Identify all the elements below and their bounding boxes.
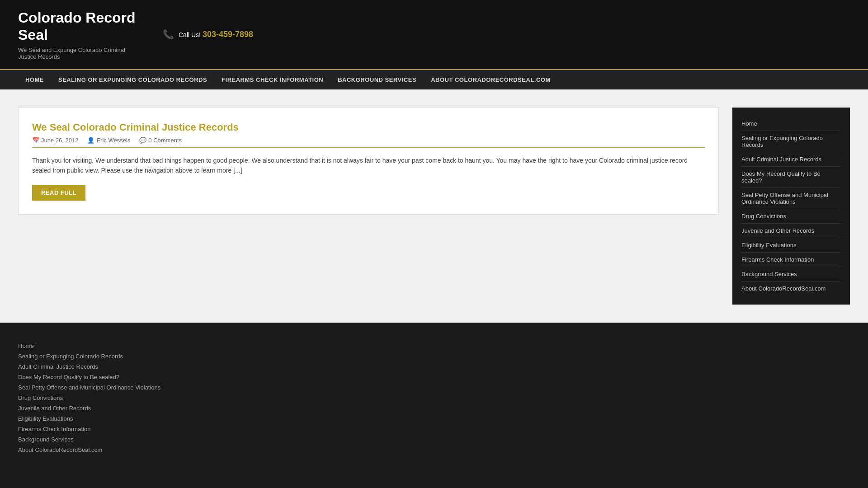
footer-link-eligibility[interactable]: Eligibility Evaluations: [18, 413, 850, 424]
comment-icon: 💬: [139, 137, 146, 144]
sidebar-link-background[interactable]: Background Services: [741, 267, 841, 282]
footer-link-sealing[interactable]: Sealing or Expunging Colorado Records: [18, 351, 850, 361]
site-title: Colorado Record Seal: [18, 9, 136, 44]
calendar-icon: 📅: [32, 137, 39, 144]
nav-firearms[interactable]: FIREARMS CHECK INFORMATION: [214, 70, 330, 89]
post-card: We Seal Colorado Criminal Justice Record…: [18, 108, 719, 215]
phone-icon: 📞: [163, 29, 174, 40]
main-wrapper: We Seal Colorado Criminal Justice Record…: [0, 89, 868, 323]
footer-link-adult[interactable]: Adult Criminal Justice Records: [18, 361, 850, 372]
sidebar-link-qualify[interactable]: Does My Record Qualify to Be sealed?: [741, 167, 841, 188]
sidebar-link-adult[interactable]: Adult Criminal Justice Records: [741, 152, 841, 167]
user-icon: 👤: [87, 137, 94, 144]
post-author: 👤 Eric Wessels: [87, 137, 130, 144]
nav-sealing[interactable]: SEALING OR EXPUNGING COLORADO RECORDS: [51, 70, 214, 89]
post-meta: 📅 June 26, 2012 👤 Eric Wessels 💬 0 Comme…: [32, 137, 705, 148]
sidebar-link-juvenile[interactable]: Juvenile and Other Records: [741, 224, 841, 238]
footer-link-firearms[interactable]: Firearms Check Information: [18, 424, 850, 434]
nav-home[interactable]: HOME: [18, 70, 51, 89]
sidebar-link-about[interactable]: About ColoradoRecordSeal.com: [741, 282, 841, 296]
read-full-button[interactable]: READ FULL: [32, 185, 85, 201]
call-label: Call Us! 303-459-7898: [179, 30, 253, 39]
sidebar-link-firearms[interactable]: Firearms Check Information: [741, 253, 841, 267]
nav-background[interactable]: BACKGROUND SERVICES: [330, 70, 424, 89]
post-title: We Seal Colorado Criminal Justice Record…: [32, 122, 705, 133]
sidebar-link-drug[interactable]: Drug Convictions: [741, 209, 841, 224]
phone-area[interactable]: 📞 Call Us! 303-459-7898: [163, 29, 253, 40]
footer-link-home[interactable]: Home: [18, 341, 850, 351]
post-excerpt: Thank you for visiting. We understand th…: [32, 155, 705, 176]
nav-about[interactable]: ABOUT COLORADORECORDSEAL.COM: [424, 70, 558, 89]
content-area: We Seal Colorado Criminal Justice Record…: [18, 108, 719, 305]
site-tagline: We Seal and Expunge Colorado Criminal Ju…: [18, 47, 136, 60]
sidebar-link-sealing[interactable]: Sealing or Expunging Colorado Records: [741, 131, 841, 152]
footer-col-links: Home Sealing or Expunging Colorado Recor…: [18, 341, 850, 455]
sidebar-link-petty[interactable]: Seal Petty Offense and Municipal Ordinan…: [741, 188, 841, 209]
main-nav: HOME SEALING OR EXPUNGING COLORADO RECOR…: [0, 69, 868, 89]
sidebar: Home Sealing or Expunging Colorado Recor…: [732, 108, 850, 305]
footer-link-juvenile[interactable]: Juvenile and Other Records: [18, 403, 850, 413]
footer-section: Home Sealing or Expunging Colorado Recor…: [0, 323, 868, 473]
footer-link-drug[interactable]: Drug Convictions: [18, 393, 850, 403]
sidebar-link-eligibility[interactable]: Eligibility Evaluations: [741, 238, 841, 253]
footer-link-qualify[interactable]: Does My Record Qualify to Be sealed?: [18, 372, 850, 382]
post-comments: 💬 0 Comments: [139, 137, 182, 144]
site-header: Colorado Record Seal We Seal and Expunge…: [0, 0, 868, 69]
footer-link-petty[interactable]: Seal Petty Offense and Municipal Ordinan…: [18, 382, 850, 393]
branding: Colorado Record Seal We Seal and Expunge…: [18, 9, 136, 60]
footer-link-about[interactable]: About ColoradoRecordSeal.com: [18, 445, 850, 455]
phone-number: 303-459-7898: [203, 30, 253, 39]
post-date: 📅 June 26, 2012: [32, 137, 78, 144]
sidebar-link-home[interactable]: Home: [741, 117, 841, 131]
footer-link-background[interactable]: Background Services: [18, 434, 850, 445]
